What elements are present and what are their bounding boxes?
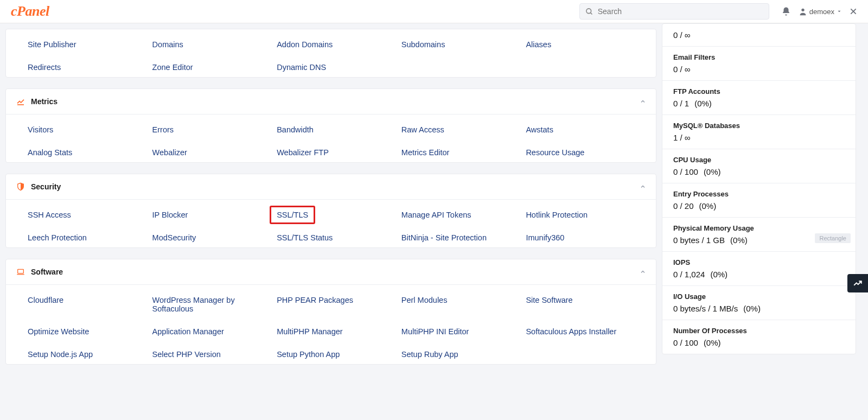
link-item[interactable]: Softaculous Apps Installer xyxy=(526,327,616,336)
stat-title: Email Filters xyxy=(673,53,845,61)
stat-row: 0 / ∞ xyxy=(662,24,856,47)
link-item[interactable]: Errors xyxy=(152,125,174,134)
link-item[interactable]: MultiPHP Manager xyxy=(277,327,342,336)
svg-point-2 xyxy=(801,9,804,11)
stat-row: Number Of Processes0 / 100(0%) xyxy=(662,320,856,354)
user-icon xyxy=(799,7,807,16)
svg-line-1 xyxy=(590,12,592,14)
stat-pct: (0%) xyxy=(704,167,721,176)
stat-pct: (0%) xyxy=(694,99,712,108)
section-title: Software xyxy=(31,268,63,276)
stat-pct: (0%) xyxy=(699,201,717,211)
user-menu[interactable]: demoex xyxy=(799,7,842,16)
link-item[interactable]: Setup Ruby App xyxy=(401,350,458,359)
svg-rect-5 xyxy=(18,269,24,273)
stat-row: Entry Processes0 / 20(0%) xyxy=(662,183,856,218)
stats-toggle-button[interactable] xyxy=(847,274,868,292)
link-item[interactable]: Raw Access xyxy=(401,125,444,134)
stat-value: 0 / 100(0%) xyxy=(673,338,845,347)
caret-down-icon xyxy=(837,9,842,14)
link-item[interactable]: Application Manager xyxy=(152,327,224,336)
stat-value: 0 / 1,024(0%) xyxy=(673,270,845,279)
stat-title: Physical Memory Usage xyxy=(673,224,845,232)
search-input[interactable] xyxy=(598,7,763,16)
stat-title: FTP Accounts xyxy=(673,87,845,96)
rectangle-tag: Rectangle xyxy=(815,233,851,243)
sidebar-stats: 0 / ∞Email Filters0 / ∞FTP Accounts0 / 1… xyxy=(662,23,868,354)
stat-title: IOPS xyxy=(673,258,845,266)
link-item[interactable]: Optimize Website xyxy=(28,327,89,336)
chevron-up-icon xyxy=(640,269,646,275)
link-item[interactable]: Imunify360 xyxy=(526,233,564,242)
link-item[interactable]: Cloudflare xyxy=(28,296,63,304)
link-item[interactable]: Domains xyxy=(152,40,183,49)
stat-title: Number Of Processes xyxy=(673,327,845,335)
svg-point-0 xyxy=(586,8,591,13)
stat-row: FTP Accounts0 / 1(0%) xyxy=(662,81,856,115)
link-item[interactable]: Bandwidth xyxy=(277,125,314,134)
link-item[interactable]: Manage API Tokens xyxy=(401,211,471,219)
stat-title: MySQL® Databases xyxy=(673,122,845,130)
link-item[interactable]: Metrics Editor xyxy=(401,148,450,157)
link-item[interactable]: SSH Access xyxy=(28,211,71,219)
section-header-metrics[interactable]: Metrics xyxy=(6,89,656,114)
link-item[interactable]: PHP PEAR Packages xyxy=(277,296,353,304)
section-metrics: Metrics VisitorsErrorsBandwidthRaw Acces… xyxy=(5,88,656,163)
logo[interactable]: cPanel xyxy=(11,3,49,20)
stat-pct: (0%) xyxy=(730,236,748,245)
link-item[interactable]: Redirects xyxy=(28,63,61,72)
link-item[interactable]: Setup Node.js App xyxy=(28,350,93,359)
link-item[interactable]: Webalizer xyxy=(152,148,187,157)
stat-title: CPU Usage xyxy=(673,156,845,164)
stat-value: 0 / ∞ xyxy=(673,65,845,74)
stat-row: I/O Usage0 bytes/s / 1 MB/s(0%) xyxy=(662,286,856,320)
stat-row: MySQL® Databases1 / ∞ xyxy=(662,115,856,149)
section-software: Software CloudflareWordPress Manager by … xyxy=(5,259,656,365)
username: demoex xyxy=(809,8,834,16)
link-item[interactable]: BitNinja - Site Protection xyxy=(401,233,487,242)
stat-value: 0 bytes/s / 1 MB/s(0%) xyxy=(673,304,845,313)
link-item[interactable]: Zone Editor xyxy=(152,63,193,72)
link-item[interactable]: Aliases xyxy=(526,40,551,49)
link-item[interactable]: Webalizer FTP xyxy=(277,148,329,157)
link-item[interactable]: Analog Stats xyxy=(28,148,72,157)
section-title: Metrics xyxy=(31,97,58,106)
link-item[interactable]: Site Software xyxy=(526,296,572,304)
search-box[interactable] xyxy=(579,3,769,20)
stat-value: 0 / 20(0%) xyxy=(673,201,845,211)
chart-icon xyxy=(16,97,25,106)
link-item[interactable]: Addon Domains xyxy=(277,40,333,49)
link-item[interactable]: IP Blocker xyxy=(152,211,188,219)
link-item[interactable]: Subdomains xyxy=(401,40,445,49)
section-header-security[interactable]: Security xyxy=(6,174,656,200)
stat-row: Email Filters0 / ∞ xyxy=(662,47,856,81)
link-item[interactable]: Leech Protection xyxy=(28,233,87,242)
stat-row: IOPS0 / 1,024(0%) xyxy=(662,252,856,286)
link-item[interactable]: Resource Usage xyxy=(526,148,584,157)
bell-icon[interactable] xyxy=(781,7,791,16)
stat-value: 0 / 100(0%) xyxy=(673,167,845,176)
link-item[interactable]: Perl Modules xyxy=(401,296,448,304)
link-item[interactable]: MultiPHP INI Editor xyxy=(401,327,469,336)
stat-value: 1 / ∞ xyxy=(673,133,845,142)
link-item[interactable]: SSL/TLS Status xyxy=(277,233,333,242)
search-icon xyxy=(585,8,593,16)
shield-icon xyxy=(16,182,25,192)
section-header-software[interactable]: Software xyxy=(6,259,656,285)
stat-row: CPU Usage0 / 100(0%) xyxy=(662,149,856,183)
section-security: Security SSH AccessIP BlockerSSL/TLSMana… xyxy=(5,174,656,248)
stat-title: Entry Processes xyxy=(673,190,845,198)
link-item[interactable]: Site Publisher xyxy=(28,40,76,49)
link-item[interactable]: Setup Python App xyxy=(277,350,340,359)
link-item[interactable]: Select PHP Version xyxy=(152,350,221,359)
stat-title: I/O Usage xyxy=(673,292,845,301)
link-item[interactable]: WordPress Manager by Softaculous xyxy=(152,296,235,313)
link-item[interactable]: Dynamic DNS xyxy=(277,63,326,72)
link-item[interactable]: Hotlink Protection xyxy=(526,211,588,219)
link-item[interactable]: SSL/TLS xyxy=(270,206,315,224)
link-item[interactable]: ModSecurity xyxy=(152,233,196,242)
link-item[interactable]: Awstats xyxy=(526,125,553,134)
close-icon[interactable] xyxy=(850,8,857,15)
laptop-icon xyxy=(16,267,25,277)
link-item[interactable]: Visitors xyxy=(28,125,53,134)
